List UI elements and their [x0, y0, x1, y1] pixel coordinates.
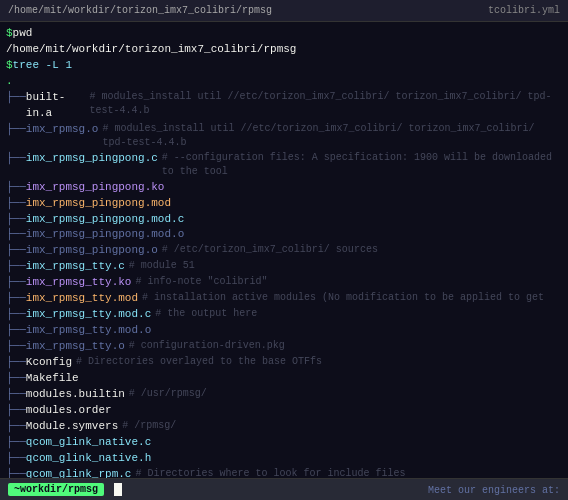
list-item: ├── imx_rpmsg_pingpong.c# --configuratio…	[6, 151, 562, 180]
list-item: ├── imx_rpmsg_tty.o# configuration-drive…	[6, 339, 562, 355]
list-item: ├── imx_rpmsg_pingpong.ko	[6, 180, 562, 196]
tree-prefix: ├──	[6, 467, 26, 479]
prompt-indicator: ~workdir/rpmsg	[8, 483, 104, 496]
file-comment: # --configuration files: A specification…	[162, 151, 562, 180]
file-name: modules.order	[26, 403, 112, 419]
file-name: imx_rpmsg_tty.mod.o	[26, 323, 151, 339]
file-comment: # modules_install util //etc/torizon_imx…	[102, 122, 562, 151]
file-name: qcom_glink_native.c	[26, 435, 151, 451]
bottom-right-text: Meet our engineers at:	[428, 484, 560, 496]
file-name: imx_rpmsg_pingpong.ko	[26, 180, 165, 196]
file-name: imx_rpmsg_pingpong.mod	[26, 196, 171, 212]
file-comment: # configuration-driven.pkg	[129, 339, 285, 355]
terminal-window: /home/mit/workdir/torizon_imx7_colibri/r…	[0, 0, 568, 500]
list-item: ├── built-in.a# modules_install util //e…	[6, 90, 562, 122]
file-name: Kconfig	[26, 355, 72, 371]
file-comment: # /usr/rpmsg/	[129, 387, 207, 403]
cmd-pwd-text: pwd	[13, 26, 33, 42]
pwd-result: /home/mit/workdir/torizon_imx7_colibri/r…	[6, 42, 296, 58]
tree-prefix: ├──	[6, 259, 26, 275]
tree-prefix: ├──	[6, 387, 26, 403]
file-name: qcom_glink_native.h	[26, 451, 151, 467]
file-name: imx_rpmsg_pingpong.mod.c	[26, 212, 184, 228]
tree-prefix: ├──	[6, 403, 26, 419]
list-item: ├── Module.symvers# /rpmsg/	[6, 419, 562, 435]
title-path: /home/mit/workdir/torizon_imx7_colibri/r…	[8, 5, 272, 16]
list-item: ├── Kconfig# Directories overlayed to th…	[6, 355, 562, 371]
tree-root: .	[6, 74, 562, 90]
tree-prefix: ├──	[6, 180, 26, 196]
terminal-cursor	[114, 483, 122, 496]
list-item: ├── imx_rpmsg_tty.mod.c# the output here	[6, 307, 562, 323]
cmd-pwd: $ pwd	[6, 26, 562, 42]
list-item: ├── imx_rpmsg_pingpong.mod	[6, 196, 562, 212]
tree-prefix: ├──	[6, 227, 26, 243]
list-item: ├── imx_rpmsg_tty.mod# installation acti…	[6, 291, 562, 307]
file-name: imx_rpmsg_pingpong.o	[26, 243, 158, 259]
list-item: ├── qcom_glink_rpm.c# Directories where …	[6, 467, 562, 479]
file-name: built-in.a	[26, 90, 86, 122]
list-item: ├── imx_rpmsg_pingpong.mod.c	[6, 212, 562, 228]
list-item: ├── imx_rpmsg_pingpong.o# /etc/torizon_i…	[6, 243, 562, 259]
tree-prefix: ├──	[6, 212, 26, 228]
list-item: ├── imx_rpmsg_tty.mod.o	[6, 323, 562, 339]
tree-command-text: tree -L 1	[13, 58, 72, 74]
tree-prefix: ├──	[6, 243, 26, 259]
file-name: imx_rpmsg_tty.mod	[26, 291, 138, 307]
tree-prefix: ├──	[6, 151, 26, 180]
pwd-output: /home/mit/workdir/torizon_imx7_colibri/r…	[6, 42, 562, 58]
file-name: imx_rpmsg_tty.o	[26, 339, 125, 355]
file-comment: # installation active modules (No modifi…	[142, 291, 544, 307]
tree-prefix: ├──	[6, 122, 26, 151]
list-item: ├── modules.builtin# /usr/rpmsg/	[6, 387, 562, 403]
tree-prefix: ├──	[6, 196, 26, 212]
tree-prefix: ├──	[6, 435, 26, 451]
file-comment: # /rpmsg/	[122, 419, 176, 435]
title-bar: /home/mit/workdir/torizon_imx7_colibri/r…	[0, 0, 568, 22]
file-name: imx_rpmsg_pingpong.mod.o	[26, 227, 184, 243]
file-name: modules.builtin	[26, 387, 125, 403]
cmd-tree: $ tree -L 1	[6, 58, 562, 74]
tree-prefix: ├──	[6, 419, 26, 435]
file-name: imx_rpmsg_tty.c	[26, 259, 125, 275]
title-right: tcolibri.yml	[488, 5, 560, 16]
tree-prefix: ├──	[6, 355, 26, 371]
file-name: Module.symvers	[26, 419, 118, 435]
tree-prefix: ├──	[6, 371, 26, 387]
tree-prefix: ├──	[6, 291, 26, 307]
list-item: ├── imx_rpmsg_tty.c# module 51	[6, 259, 562, 275]
tree-prefix: ├──	[6, 275, 26, 291]
prompt-symbol: $	[6, 26, 13, 42]
tree-prefix: ├──	[6, 323, 26, 339]
file-name: imx_rpmsg.o	[26, 122, 99, 151]
file-comment: # info-note "colibrid"	[135, 275, 267, 291]
file-comment: # Directories where to look for include …	[135, 467, 405, 479]
tree-prefix: ├──	[6, 90, 26, 122]
file-comment: # Directories overlayed to the base OTFf…	[76, 355, 322, 371]
list-item: ├── qcom_glink_native.c	[6, 435, 562, 451]
file-comment: # module 51	[129, 259, 195, 275]
terminal-body: $ pwd /home/mit/workdir/torizon_imx7_col…	[0, 22, 568, 478]
tree-prefix: ├──	[6, 339, 26, 355]
tree-dot: .	[6, 74, 13, 90]
list-item: ├── imx_rpmsg_pingpong.mod.o	[6, 227, 562, 243]
list-item: ├── modules.order	[6, 403, 562, 419]
file-name: imx_rpmsg_pingpong.c	[26, 151, 158, 180]
bottom-left: ~workdir/rpmsg	[8, 483, 122, 496]
bottom-bar: ~workdir/rpmsg Meet our engineers at:	[0, 478, 568, 500]
file-name: imx_rpmsg_tty.mod.c	[26, 307, 151, 323]
tree-prefix: ├──	[6, 451, 26, 467]
meet-engineers-text: Meet our engineers at:	[428, 485, 560, 496]
list-item: ├── imx_rpmsg_tty.ko# info-note "colibri…	[6, 275, 562, 291]
list-item: ├── qcom_glink_native.h	[6, 451, 562, 467]
list-item: ├── imx_rpmsg.o# modules_install util //…	[6, 122, 562, 151]
file-comment: # modules_install util //etc/torizon_imx…	[90, 90, 562, 122]
file-name: imx_rpmsg_tty.ko	[26, 275, 132, 291]
file-name: qcom_glink_rpm.c	[26, 467, 132, 479]
tree-prefix: ├──	[6, 307, 26, 323]
file-name: Makefile	[26, 371, 79, 387]
prompt-symbol-2: $	[6, 58, 13, 74]
file-comment: # /etc/torizon_imx7_colibri/ sources	[162, 243, 378, 259]
list-item: ├── Makefile	[6, 371, 562, 387]
file-comment: # the output here	[155, 307, 257, 323]
